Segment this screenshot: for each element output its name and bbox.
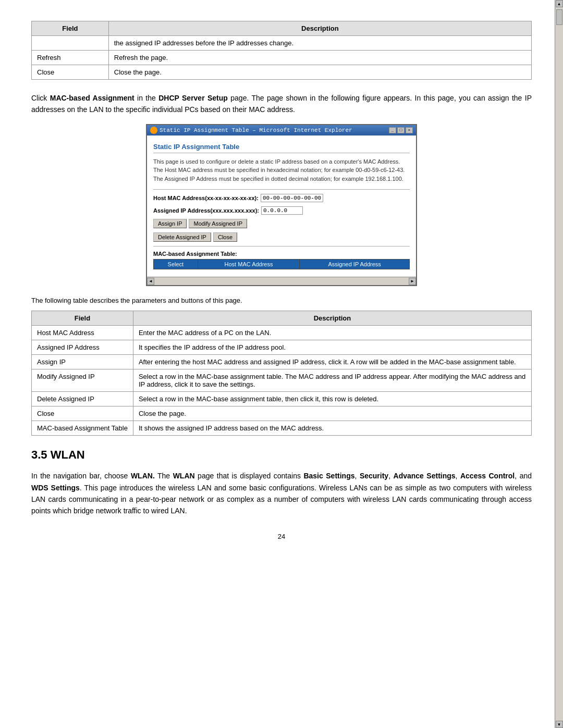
desc-cell: the assigned IP addresses before the IP … — [108, 36, 531, 51]
table-row: Close Close the page. — [32, 406, 532, 421]
table-row: MAC-based Assignment Table It shows the … — [32, 421, 532, 436]
top-reference-table: Field Description the assigned IP addres… — [31, 21, 532, 80]
ie-horizontal-scrollbar[interactable]: ◄ ► — [147, 277, 416, 285]
table-row: Refresh Refresh the page. — [32, 51, 532, 65]
mac-table-section-label: MAC-based Assignment Table: — [153, 251, 410, 257]
table-row: Assign IP After entering the host MAC ad… — [32, 355, 532, 369]
assign-ip-button[interactable]: Assign IP — [153, 219, 187, 228]
desc-cell: Close the page. — [108, 65, 531, 80]
desc-modify-ip: Select a row in the MAC-base assignment … — [133, 369, 531, 392]
ie-vertical-scrollbar[interactable]: ▲ ▼ — [555, 0, 563, 561]
mac-table-col-select: Select — [154, 260, 198, 269]
wlan-paragraph: In the navigation bar, choose WLAN. The … — [31, 470, 532, 517]
field-assigned-ip: Assigned IP Address — [32, 340, 133, 355]
page-number: 24 — [31, 533, 532, 540]
scroll-right-button[interactable]: ► — [409, 278, 416, 285]
mac-table-col-assigned-ip: Assigned IP Address — [300, 260, 410, 269]
assigned-ip-label: Assigned IP Address(xxx.xxx.xxx.xxx): — [153, 207, 259, 214]
mac-assignment-table: Select Host MAC Address Assigned IP Addr… — [153, 259, 410, 269]
desc-host-mac: Enter the MAC address of a PC on the LAN… — [133, 326, 531, 340]
scroll-thumb[interactable] — [556, 9, 562, 25]
minimize-button[interactable]: _ — [389, 127, 396, 133]
restore-button[interactable]: □ — [397, 127, 405, 133]
table-row: Close Close the page. — [32, 65, 532, 80]
host-mac-row: Host MAC Address(xx-xx-xx-xx-xx-xx): — [153, 194, 410, 202]
desc-assigned-ip: It specifies the IP address of the IP ad… — [133, 340, 531, 355]
table-row: Host MAC Address Enter the MAC address o… — [32, 326, 532, 340]
assigned-ip-input[interactable] — [261, 206, 303, 215]
intro-paragraph: Click MAC-based Assignment in the DHCP S… — [31, 92, 532, 116]
field-modify-ip: Modify Assigned IP — [32, 369, 133, 392]
desc-close: Close the page. — [133, 406, 531, 421]
scroll-left-button[interactable]: ◄ — [147, 278, 154, 285]
separator — [153, 189, 410, 190]
field-assign-ip: Assign IP — [32, 355, 133, 369]
table-row: Delete Assigned IP Select a row in the M… — [32, 392, 532, 406]
delete-assigned-ip-button[interactable]: Delete Assigned IP — [153, 232, 211, 242]
ie-window-title: Static IP Assignment Table – Microsoft I… — [160, 127, 352, 133]
col-description: Description — [108, 21, 531, 36]
ie-window-controls: _ □ × — [389, 127, 413, 133]
field-delete-ip: Delete Assigned IP — [32, 392, 133, 406]
section-title: WLAN — [51, 448, 85, 461]
desc-delete-ip: Select a row in the MAC-base assignment … — [133, 392, 531, 406]
ie-titlebar-left: Static IP Assignment Table – Microsoft I… — [150, 127, 352, 134]
assigned-ip-row: Assigned IP Address(xxx.xxx.xxx.xxx): — [153, 206, 410, 215]
desc-assign-ip: After entering the host MAC address and … — [133, 355, 531, 369]
desc-cell: Refresh the page. — [108, 51, 531, 65]
table-caption: The following table describes the parame… — [31, 297, 532, 304]
table-row: Assigned IP Address It specifies the IP … — [32, 340, 532, 355]
close-ie-button[interactable]: Close — [213, 232, 237, 242]
button-row-1: Assign IP Modify Assigned IP — [153, 219, 410, 228]
ie-page-title: Static IP Assignment Table — [153, 143, 410, 153]
field-host-mac: Host MAC Address — [32, 326, 133, 340]
field-mac-table: MAC-based Assignment Table — [32, 421, 133, 436]
scroll-track-h — [154, 278, 409, 285]
field-cell — [32, 36, 109, 51]
field-cell: Refresh — [32, 51, 109, 65]
host-mac-label: Host MAC Address(xx-xx-xx-xx-xx-xx): — [153, 195, 259, 201]
ie-window-icon — [150, 127, 157, 134]
section-heading: 3.5 WLAN — [31, 448, 532, 462]
desc-col-field: Field — [32, 311, 133, 326]
ie-titlebar: Static IP Assignment Table – Microsoft I… — [147, 125, 416, 135]
close-button[interactable]: × — [406, 127, 413, 133]
ie-page-desc: This page is used to configure or delete… — [153, 157, 410, 183]
desc-mac-table: It shows the assigned IP address based o… — [133, 421, 531, 436]
col-field: Field — [32, 21, 109, 36]
ie-window-screenshot: Static IP Assignment Table – Microsoft I… — [146, 124, 417, 287]
separator2 — [153, 246, 410, 246]
table-row: the assigned IP addresses before the IP … — [32, 36, 532, 51]
mac-table-col-host-mac: Host MAC Address — [198, 260, 300, 269]
table-row: Modify Assigned IP Select a row in the M… — [32, 369, 532, 392]
field-cell: Close — [32, 65, 109, 80]
scroll-up-button[interactable]: ▲ — [556, 0, 563, 7]
button-row-2: Delete Assigned IP Close — [153, 232, 410, 242]
desc-col-description: Description — [133, 311, 531, 326]
modify-assigned-ip-button[interactable]: Modify Assigned IP — [189, 219, 247, 228]
section-number: 3.5 — [31, 448, 47, 461]
description-table: Field Description Host MAC Address Enter… — [31, 311, 532, 436]
host-mac-input[interactable] — [261, 194, 323, 202]
field-close: Close — [32, 406, 133, 421]
